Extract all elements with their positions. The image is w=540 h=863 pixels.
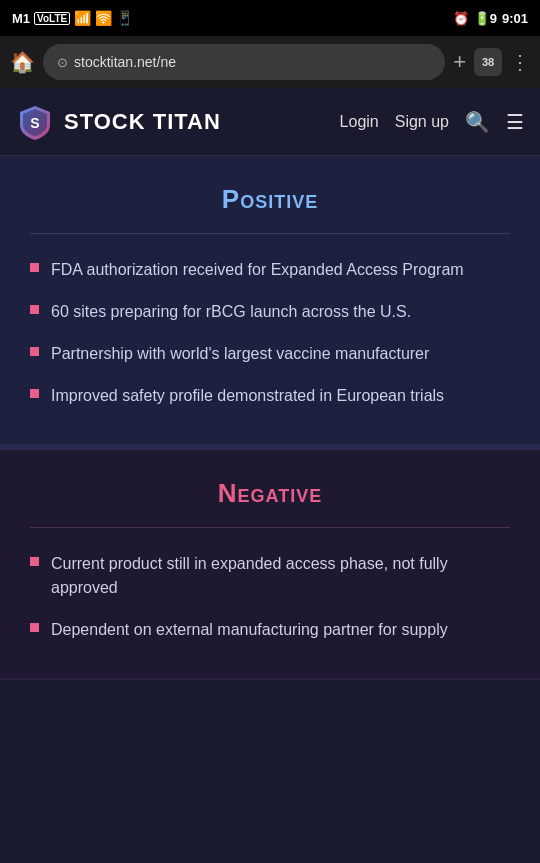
wifi-icon: 🛜 bbox=[95, 10, 112, 26]
list-item: Current product still in expanded access… bbox=[30, 552, 510, 600]
positive-divider bbox=[30, 233, 510, 234]
search-button[interactable]: 🔍 bbox=[465, 110, 490, 134]
bullet-icon bbox=[30, 263, 39, 272]
bullet-icon bbox=[30, 347, 39, 356]
bullet-icon bbox=[30, 305, 39, 314]
bullet-icon bbox=[30, 389, 39, 398]
negative-divider bbox=[30, 527, 510, 528]
url-text: stocktitan.net/ne bbox=[74, 54, 431, 70]
tab-count-button[interactable]: 38 bbox=[474, 48, 502, 76]
page-content: Positive FDA authorization received for … bbox=[0, 156, 540, 680]
battery-icon: 🔋9 bbox=[474, 11, 497, 26]
header-nav: Login Sign up 🔍 ☰ bbox=[340, 110, 524, 134]
bullet-icon bbox=[30, 557, 39, 566]
bullet-text: Dependent on external manufacturing part… bbox=[51, 618, 448, 642]
bullet-text: FDA authorization received for Expanded … bbox=[51, 258, 464, 282]
logo-text: STOCK TITAN bbox=[64, 109, 221, 135]
login-link[interactable]: Login bbox=[340, 113, 379, 131]
bullet-text: 60 sites preparing for rBCG launch acros… bbox=[51, 300, 411, 324]
sim-icon: 📱 bbox=[116, 10, 133, 26]
positive-section: Positive FDA authorization received for … bbox=[0, 156, 540, 450]
menu-button[interactable]: ☰ bbox=[506, 110, 524, 134]
bullet-text: Improved safety profile demonstrated in … bbox=[51, 384, 444, 408]
new-tab-button[interactable]: + bbox=[453, 49, 466, 75]
positive-title: Positive bbox=[30, 184, 510, 215]
signup-link[interactable]: Sign up bbox=[395, 113, 449, 131]
alarm-icon: ⏰ bbox=[453, 11, 469, 26]
volte-badge: VoLTE bbox=[34, 12, 70, 25]
status-right: ⏰ 🔋9 9:01 bbox=[453, 11, 528, 26]
url-bar[interactable]: ⊙ stocktitan.net/ne bbox=[43, 44, 445, 80]
logo-icon: S bbox=[16, 103, 54, 141]
svg-text:S: S bbox=[30, 115, 39, 131]
carrier-label: M1 bbox=[12, 11, 30, 26]
url-security-icon: ⊙ bbox=[57, 55, 68, 70]
status-left: M1 VoLTE 📶 🛜 📱 bbox=[12, 10, 133, 26]
browser-bar: 🏠 ⊙ stocktitan.net/ne + 38 ⋮ bbox=[0, 36, 540, 88]
list-item: 60 sites preparing for rBCG launch acros… bbox=[30, 300, 510, 324]
list-item: FDA authorization received for Expanded … bbox=[30, 258, 510, 282]
bullet-text: Partnership with world's largest vaccine… bbox=[51, 342, 429, 366]
signal-icon: 📶 bbox=[74, 10, 91, 26]
more-options-button[interactable]: ⋮ bbox=[510, 50, 530, 74]
logo[interactable]: S STOCK TITAN bbox=[16, 103, 221, 141]
time-label: 9:01 bbox=[502, 11, 528, 26]
bullet-text: Current product still in expanded access… bbox=[51, 552, 510, 600]
list-item: Partnership with world's largest vaccine… bbox=[30, 342, 510, 366]
home-button[interactable]: 🏠 bbox=[10, 50, 35, 74]
negative-title: Negative bbox=[30, 478, 510, 509]
positive-bullet-list: FDA authorization received for Expanded … bbox=[30, 258, 510, 408]
negative-bullet-list: Current product still in expanded access… bbox=[30, 552, 510, 642]
site-header: S STOCK TITAN Login Sign up 🔍 ☰ bbox=[0, 88, 540, 156]
bullet-icon bbox=[30, 623, 39, 632]
list-item: Dependent on external manufacturing part… bbox=[30, 618, 510, 642]
list-item: Improved safety profile demonstrated in … bbox=[30, 384, 510, 408]
status-bar: M1 VoLTE 📶 🛜 📱 ⏰ 🔋9 9:01 bbox=[0, 0, 540, 36]
negative-section: Negative Current product still in expand… bbox=[0, 450, 540, 680]
